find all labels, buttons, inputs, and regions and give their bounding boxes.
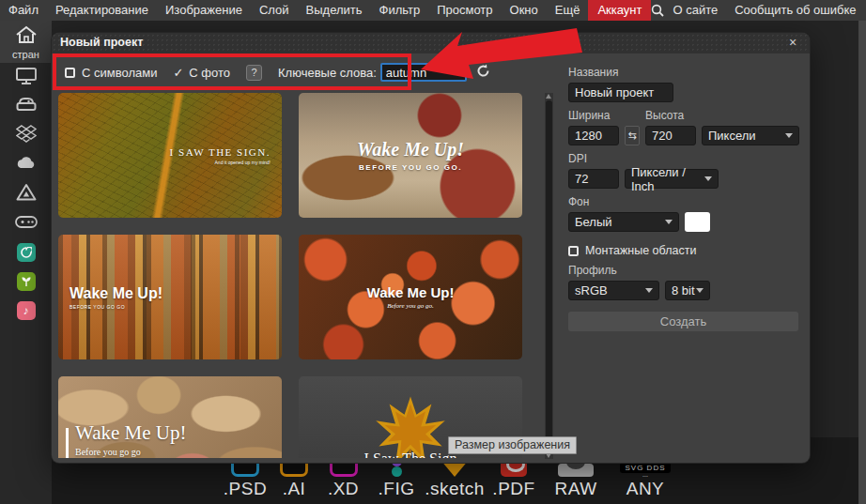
template-thumbnail-red-leaves[interactable]: Wake Me Up! Before you go go. (299, 235, 522, 359)
menu-view[interactable]: Просмотр (428, 0, 501, 21)
start-sidebar: стран ♪ (0, 21, 52, 504)
chevron-down-icon (785, 133, 793, 138)
domino-icon (15, 215, 38, 232)
project-name-input[interactable] (568, 83, 673, 102)
sidebar-home-label: стран (0, 49, 52, 60)
menu-file[interactable]: Файл (0, 0, 47, 21)
template-thumbnail-apples[interactable]: Wake Me Up! BEFORE YOU GO GO. (299, 93, 522, 218)
new-project-dialog: Новый проект × С символами ✓ С фото ? Кл… (52, 33, 810, 463)
printer-icon (16, 97, 37, 116)
background-select[interactable]: Белый (568, 212, 679, 232)
menu-bar: Файл Редактирование Изображение Слой Выд… (0, 0, 866, 21)
photopea-teal-logo-icon (17, 243, 36, 262)
chevron-down-icon (665, 220, 673, 224)
scroll-up-icon[interactable] (546, 94, 551, 99)
background-color-swatch[interactable] (685, 212, 710, 232)
page-scrollbar[interactable] (858, 21, 866, 504)
with-photo-checkmark-icon[interactable]: ✓ (173, 66, 183, 80)
with-symbols-label: С символами (82, 66, 157, 80)
menu-select[interactable]: Выделить (298, 0, 371, 21)
sidebar-item-onedrive[interactable] (0, 150, 52, 179)
green-plant-logo-icon (17, 272, 36, 291)
project-settings-panel: Названия Ширина ⇆ Высота Пиксели DPI Пик… (568, 59, 800, 331)
sidebar-item-screen[interactable] (0, 63, 52, 92)
close-icon[interactable]: × (785, 35, 800, 50)
swap-dimensions-button[interactable]: ⇆ (625, 126, 640, 145)
name-label: Названия (568, 66, 800, 79)
menu-layer[interactable]: Слой (251, 0, 298, 21)
height-label: Высота (645, 109, 696, 122)
unit-select[interactable]: Пиксели (702, 126, 799, 145)
template-thumbnail-oak-leaves[interactable]: Wake Me Up! Before you go go (58, 376, 282, 458)
with-symbols-checkbox[interactable] (65, 68, 75, 78)
image-size-tooltip: Размер изображения (448, 436, 577, 454)
sidebar-item-pink[interactable]: ♪ (0, 296, 52, 325)
with-photo-label: С фото (189, 66, 230, 80)
menu-about[interactable]: О сайте (664, 0, 726, 21)
height-input[interactable] (645, 126, 696, 145)
menu-window[interactable]: Окно (502, 0, 547, 21)
profile-label: Профиль (568, 264, 800, 277)
drive-icon (16, 183, 37, 205)
template-grid: I SAW THE SIGN. And it opened up my mind… (58, 93, 528, 458)
dpi-label: DPI (568, 152, 800, 165)
account-button[interactable]: Аккаунт (588, 0, 651, 21)
keywords-label: Ключевые слова: (278, 66, 377, 80)
sidebar-item-google-drive[interactable] (0, 179, 52, 208)
chevron-down-icon (696, 288, 704, 293)
sidebar-item-home[interactable]: стран (0, 21, 52, 63)
dialog-titlebar: Новый проект × (52, 33, 810, 53)
sidebar-item-domino[interactable] (0, 208, 52, 237)
home-icon (15, 25, 38, 48)
width-label: Ширина (568, 109, 619, 122)
bit-depth-select[interactable]: 8 bit (665, 281, 710, 300)
menu-filter[interactable]: Фильтр (371, 0, 429, 21)
monitor-icon (16, 68, 37, 88)
help-button[interactable]: ? (246, 65, 262, 81)
background-label: Фон (568, 195, 800, 208)
chevron-down-icon (645, 288, 653, 293)
templates-scrollbar[interactable] (545, 93, 553, 459)
sidebar-item-photopea[interactable] (0, 237, 52, 267)
template-filter-bar: С символами ✓ С фото ? Ключевые слова: (52, 53, 578, 91)
width-input[interactable] (568, 126, 619, 145)
refresh-icon[interactable] (476, 64, 490, 81)
dialog-title: Новый проект (60, 36, 143, 49)
chevron-down-icon (704, 176, 712, 181)
menu-more[interactable]: Ещё (547, 0, 589, 21)
create-button[interactable]: Создать (568, 312, 798, 331)
menu-image[interactable]: Изображение (157, 0, 251, 21)
template-thumbnail-leaf-macro[interactable]: I SAW THE SIGN. And it opened up my mind… (58, 93, 282, 218)
template-thumbnail-forest[interactable]: Wake Me Up! BEFORE YOU GO GO (58, 235, 282, 359)
sidebar-item-green[interactable] (0, 267, 52, 296)
pink-note-logo-icon: ♪ (17, 301, 36, 320)
dpi-input[interactable] (568, 169, 619, 189)
artboards-label: Монтажные области (585, 244, 696, 257)
keywords-input[interactable] (380, 63, 467, 82)
camera-icon (558, 464, 594, 477)
profile-select[interactable]: sRGB (568, 281, 659, 300)
search-icon[interactable] (651, 0, 664, 21)
menu-edit[interactable]: Редактирование (47, 0, 157, 21)
artboards-checkbox[interactable] (568, 246, 579, 256)
dpi-unit-select[interactable]: Пиксели / Inch (625, 169, 719, 189)
dropbox-icon (16, 125, 37, 146)
sidebar-item-dropbox[interactable] (0, 121, 52, 150)
menu-report-bug[interactable]: Сообщить об ошибке (726, 0, 864, 21)
sidebar-item-print[interactable] (0, 92, 52, 121)
cloud-icon (15, 156, 38, 174)
